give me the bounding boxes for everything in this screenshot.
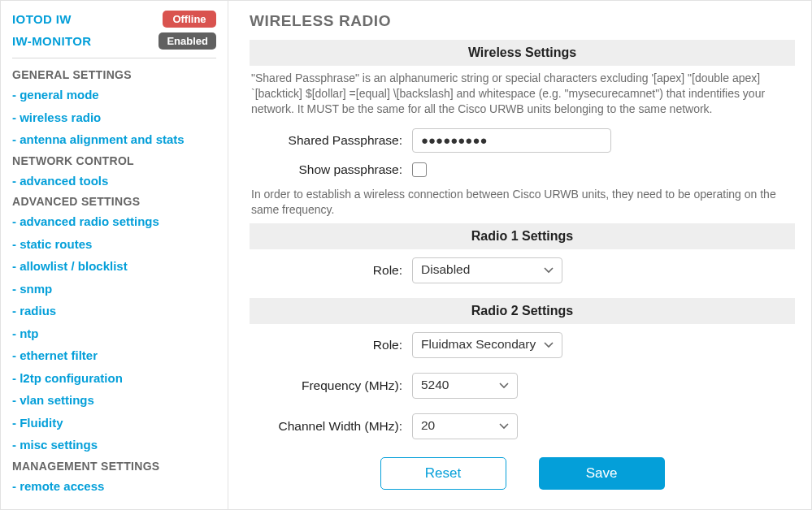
radio2-cw-select[interactable]: 20 xyxy=(412,413,518,439)
section-advanced-heading: ADVANCED SETTINGS xyxy=(12,195,216,208)
nav-l2tp-configuration[interactable]: - l2tp configuration xyxy=(12,370,216,388)
nav-advanced-radio-settings[interactable]: - advanced radio settings xyxy=(12,213,216,231)
nav-wireless-radio[interactable]: - wireless radio xyxy=(12,109,216,128)
chevron-down-icon xyxy=(499,423,509,430)
save-button[interactable]: Save xyxy=(539,457,665,490)
show-passphrase-label: Show passphrase: xyxy=(250,162,412,177)
panel-wireless-heading: Wireless Settings xyxy=(250,40,795,66)
status-iotod: IOTOD IW Offline xyxy=(12,11,216,28)
nav-vlan-settings[interactable]: - vlan settings xyxy=(12,391,216,410)
nav-remote-access[interactable]: - remote access xyxy=(12,478,216,496)
section-network-heading: NETWORK CONTROL xyxy=(12,154,216,167)
status-monitor-badge: Enabled xyxy=(158,32,216,50)
nav-ethernet-filter[interactable]: - ethernet filter xyxy=(12,347,216,365)
page-title: WIRELESS RADIO xyxy=(250,12,795,30)
sidebar-divider xyxy=(12,58,216,58)
radio2-freq-value: 5240 xyxy=(421,378,449,391)
radio2-role-select[interactable]: Fluidmax Secondary xyxy=(412,332,562,358)
status-iotod-label: IOTOD IW xyxy=(12,12,72,26)
radio2-role-value: Fluidmax Secondary xyxy=(421,337,536,351)
radio2-cw-value: 20 xyxy=(421,418,435,432)
radio2-freq-select[interactable]: 5240 xyxy=(412,373,518,399)
radio1-role-value: Disabled xyxy=(421,262,470,276)
status-monitor: IW-MONITOR Enabled xyxy=(12,32,216,50)
nav-allowlist-blocklist[interactable]: - allowlist / blocklist xyxy=(12,257,216,276)
wireless-help2: In order to establish a wireless connect… xyxy=(251,187,793,218)
main-content: WIRELESS RADIO Wireless Settings "Shared… xyxy=(228,1,811,509)
radio2-role-label: Role: xyxy=(250,338,412,352)
radio2-cw-label: Channel Width (MHz): xyxy=(250,419,412,434)
nav-snmp[interactable]: - snmp xyxy=(12,280,216,299)
radio1-role-label: Role: xyxy=(250,263,412,278)
panel-radio1-heading: Radio 1 Settings xyxy=(250,223,795,249)
shared-passphrase-input[interactable] xyxy=(412,128,611,153)
reset-button[interactable]: Reset xyxy=(380,457,506,490)
chevron-down-icon xyxy=(544,267,554,274)
radio1-role-select[interactable]: Disabled xyxy=(412,257,562,283)
nav-misc-settings[interactable]: - misc settings xyxy=(12,436,216,455)
section-general-heading: GENERAL SETTINGS xyxy=(12,68,216,81)
chevron-down-icon xyxy=(544,342,554,348)
nav-general-mode[interactable]: - general mode xyxy=(12,86,216,105)
sidebar: IOTOD IW Offline IW-MONITOR Enabled GENE… xyxy=(1,1,228,509)
show-passphrase-checkbox[interactable] xyxy=(412,162,427,177)
nav-ntp[interactable]: - ntp xyxy=(12,325,216,344)
status-iotod-badge: Offline xyxy=(163,11,216,28)
nav-advanced-tools[interactable]: - advanced tools xyxy=(12,172,216,191)
nav-radius[interactable]: - radius xyxy=(12,302,216,321)
wireless-help1: "Shared Passphrase" is an alphanumeric s… xyxy=(251,71,793,117)
section-management-heading: MANAGEMENT SETTINGS xyxy=(12,460,216,473)
radio2-freq-label: Frequency (MHz): xyxy=(250,378,412,393)
chevron-down-icon xyxy=(499,382,509,389)
shared-passphrase-label: Shared Passphrase: xyxy=(250,133,412,148)
status-monitor-label: IW-MONITOR xyxy=(12,34,92,48)
nav-antenna-alignment[interactable]: - antenna alignment and stats xyxy=(12,131,216,149)
nav-fluidity[interactable]: - Fluidity xyxy=(12,414,216,433)
nav-static-routes[interactable]: - static routes xyxy=(12,236,216,254)
panel-radio2-heading: Radio 2 Settings xyxy=(250,298,795,324)
